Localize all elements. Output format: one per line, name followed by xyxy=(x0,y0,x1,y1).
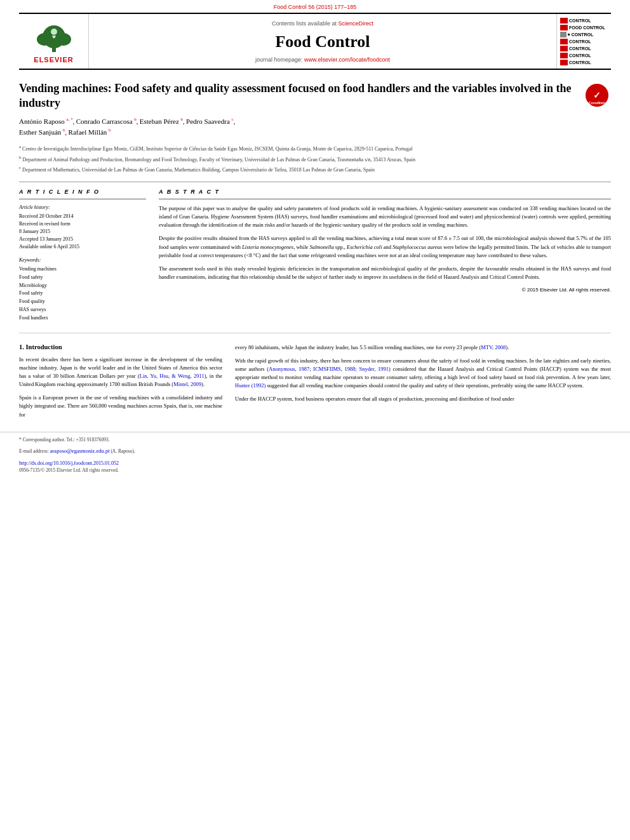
author-2: Conrado Carrascosa b xyxy=(76,117,137,125)
keyword-1: Vending machines xyxy=(19,265,146,274)
left-column: A R T I C L E I N F O Article history: R… xyxy=(19,189,146,323)
header-right-logo: CONTROL FOOD CONTROL ■ CONTROL CONTROL C… xyxy=(557,14,611,69)
author-4: Pedro Saavedra c xyxy=(186,117,234,125)
svg-point-3 xyxy=(56,33,71,46)
article-title: Vending machines: Food safety and qualit… xyxy=(19,81,586,111)
red-square-icon-6 xyxy=(560,60,568,65)
affiliation-b: b Department of Animal Pathology and Pro… xyxy=(19,154,611,164)
journal-header: ELSEVIER Contents lists available at Sci… xyxy=(19,13,611,70)
intro-right-para-3: Under the HACCP system, food business op… xyxy=(235,395,611,403)
article-info-heading: A R T I C L E I N F O xyxy=(19,189,146,195)
revised-label: Received in revised form xyxy=(19,220,146,228)
body-left: 1. Introduction In recent decades there … xyxy=(19,343,222,424)
keywords-label: Keywords: xyxy=(19,257,146,263)
abstract-para-3: The assessment tools used in this study … xyxy=(159,265,611,281)
issn-line: 0956-7135/© 2015 Elsevier Ltd. All right… xyxy=(19,467,611,473)
svg-text:✓: ✓ xyxy=(593,90,601,100)
elsevier-logo: ELSEVIER xyxy=(32,19,76,63)
homepage-url[interactable]: www.elsevier.com/locate/foodcont xyxy=(304,57,390,63)
top-citation: Food Control 56 (2015) 177–185 xyxy=(0,0,630,13)
body-divider xyxy=(19,333,611,333)
keyword-3: Microbiology xyxy=(19,282,146,290)
sciencedirect-link[interactable]: ScienceDirect xyxy=(338,20,374,27)
svg-text:CrossMark: CrossMark xyxy=(589,101,605,105)
logo-row-4: CONTROL xyxy=(560,39,608,44)
copyright-line: © 2015 Elsevier Ltd. All rights reserved… xyxy=(159,286,611,294)
abstract-para-1: The purpose of this paper was to analyse… xyxy=(159,204,611,230)
accepted-date: Accepted 13 January 2015 xyxy=(19,236,146,243)
intro-right-para-2: With the rapid growth of this industry, … xyxy=(235,357,611,390)
info-divider xyxy=(19,199,146,199)
header-left: ELSEVIER xyxy=(19,14,89,69)
abstract-divider xyxy=(159,199,611,199)
red-square-icon xyxy=(560,18,568,23)
author-1: António Raposo a, * xyxy=(19,117,73,125)
article-title-section: Vending machines: Food safety and qualit… xyxy=(19,81,611,111)
doi-link[interactable]: http://dx.doi.org/10.1016/j.foodcont.201… xyxy=(19,460,119,466)
author-6: Rafael Millán b xyxy=(69,128,111,136)
online-date: Available online 6 April 2015 xyxy=(19,243,146,251)
journal-title: Food Control xyxy=(275,32,370,51)
red-square-icon-3 xyxy=(560,39,568,44)
citation-text: Food Control 56 (2015) 177–185 xyxy=(274,4,357,10)
red-square-icon-4 xyxy=(560,46,568,51)
logo-row-1: CONTROL xyxy=(560,18,608,23)
svg-point-2 xyxy=(37,33,52,46)
received-date: Received 20 October 2014 xyxy=(19,213,146,220)
abstract-heading: A B S T R A C T xyxy=(159,189,611,195)
abstract-text: The purpose of this paper was to analyse… xyxy=(159,204,611,295)
affiliation-a: a Centro de Investigação Interdisciplina… xyxy=(19,143,611,153)
intro-right-para-1: every 80 inhabitants, while Japan the in… xyxy=(235,343,611,352)
corresponding-author-note: * Corresponding author. Tel.: +351 91837… xyxy=(19,436,611,443)
keyword-2: Food safety xyxy=(19,274,146,282)
intro-para-1: In recent decades there has been a signi… xyxy=(19,356,222,389)
keyword-4: Food safety xyxy=(19,290,146,298)
logo-row-5: CONTROL xyxy=(560,46,608,51)
author-3: Esteban Pérez b xyxy=(140,117,183,125)
abstract-para-2: Despite the positive results obtained fr… xyxy=(159,234,611,260)
right-column-abstract: A B S T R A C T The purpose of this pape… xyxy=(159,189,611,323)
affiliations-section: a Centro de Investigação Interdisciplina… xyxy=(19,143,611,174)
homepage-line: journal homepage: www.elsevier.com/locat… xyxy=(255,57,390,63)
ref-lin[interactable]: Lin, Yu, Hsu, & Weng, 2011 xyxy=(140,373,204,379)
main-content: Vending machines: Food safety and qualit… xyxy=(0,81,630,323)
email-link[interactable]: araposo@egasmoniz.edu.pt xyxy=(50,448,110,454)
article-history-label: Article history: xyxy=(19,204,146,210)
elsevier-brand-text: ELSEVIER xyxy=(34,56,73,63)
keyword-6: HAS surveys xyxy=(19,306,146,314)
ref-anon[interactable]: Anonymous, 1987; ICMSFIIMS, 1988; Snyder… xyxy=(269,366,389,372)
ref-mtv[interactable]: MTV, 2008 xyxy=(481,344,506,350)
intro-para-2: Spain is a European power in the use of … xyxy=(19,394,222,419)
red-square-icon-2 xyxy=(560,25,568,30)
elsevier-tree-icon xyxy=(32,19,76,54)
food-control-logo-stack: CONTROL FOOD CONTROL ■ CONTROL CONTROL C… xyxy=(560,18,608,65)
keyword-5: Food quality xyxy=(19,298,146,306)
ref-mintel[interactable]: Mintel, 2009 xyxy=(173,381,201,387)
logo-row-3: ■ CONTROL xyxy=(560,32,608,37)
ref-hunter[interactable]: Hunter (1992) xyxy=(235,382,265,389)
red-square-icon-5 xyxy=(560,53,568,58)
svg-point-4 xyxy=(51,29,57,35)
intro-heading: 1. Introduction xyxy=(19,343,222,350)
logo-row-7: CONTROL xyxy=(560,60,608,65)
crossmark-badge: ✓ CrossMark xyxy=(586,84,611,107)
article-info-abstract: A R T I C L E I N F O Article history: R… xyxy=(19,182,611,323)
author-5: Esther Sanjuán b xyxy=(19,128,65,136)
footer-section: * Corresponding author. Tel.: +351 91837… xyxy=(0,432,630,473)
body-right: every 80 inhabitants, while Japan the in… xyxy=(235,343,611,424)
contents-available-text: Contents lists available at ScienceDirec… xyxy=(272,20,373,27)
keyword-7: Food handlers xyxy=(19,314,146,323)
authors-section: António Raposo a, *, Conrado Carrascosa … xyxy=(19,116,611,138)
revised-date: 8 January 2015 xyxy=(19,228,146,236)
keywords-section: Keywords: Vending machines Food safety M… xyxy=(19,257,146,323)
logo-row-6: CONTROL xyxy=(560,53,608,58)
logo-row-2: FOOD CONTROL xyxy=(560,25,608,30)
header-center: Contents lists available at ScienceDirec… xyxy=(89,14,557,69)
body-content: 1. Introduction In recent decades there … xyxy=(0,343,630,424)
affiliation-c: c Department of Mathematics, Universidad… xyxy=(19,164,611,174)
grey-square-icon xyxy=(560,32,566,37)
email-note: E-mail address: araposo@egasmoniz.edu.pt… xyxy=(19,447,611,455)
crossmark-icon: ✓ CrossMark xyxy=(586,84,608,107)
